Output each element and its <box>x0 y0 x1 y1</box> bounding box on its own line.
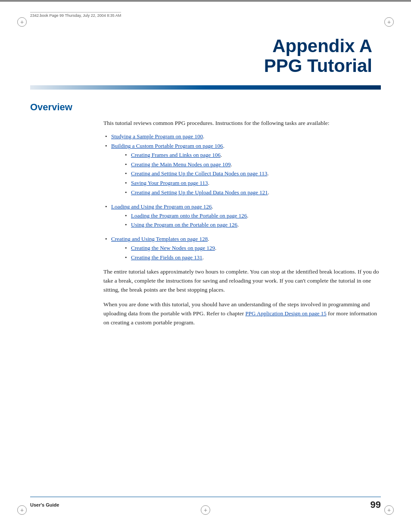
list-item-2: Building a Custom Portable Program on pa… <box>103 142 381 197</box>
crosshair-tl <box>17 17 27 27</box>
two-col-layout: This tutorial reviews common PPG procedu… <box>30 119 381 333</box>
sub-list-item-7: Using the Program on the Portable on pag… <box>123 221 381 230</box>
crosshair-tr <box>384 17 394 27</box>
file-info: 2342.book Page 99 Thursday, July 22, 200… <box>30 12 121 18</box>
paragraph-3: When you are done with this tutorial, yo… <box>103 300 381 327</box>
link-upload-data-nodes[interactable]: Creating and Setting Up the Upload Data … <box>131 189 268 196</box>
link-ppg-application-design[interactable]: PPG Application Design on page 15 <box>246 310 327 317</box>
link-studying-sample[interactable]: Studying a Sample Program on page 100 <box>111 133 203 140</box>
divider-bar <box>30 85 381 90</box>
sub-list-item-1: Creating Frames and Links on page 106. <box>123 151 381 160</box>
sub-list-item-3: Creating and Setting Up the Collect Data… <box>123 169 381 178</box>
link-collect-data-nodes[interactable]: Creating and Setting Up the Collect Data… <box>131 170 268 177</box>
link-loading-using[interactable]: Loading and Using the Program on page 12… <box>111 203 212 210</box>
list-item-1: Studying a Sample Program on page 100. <box>103 132 381 141</box>
link-creating-templates[interactable]: Creating and Using Templates on page 128 <box>111 236 208 242</box>
main-content: Appendix A PPG Tutorial Overview This tu… <box>30 2 381 333</box>
section-heading: Overview <box>30 102 381 113</box>
sub-list-2: Loading the Program onto the Portable on… <box>123 212 381 230</box>
link-loading-portable[interactable]: Loading the Program onto the Portable on… <box>131 212 247 219</box>
crosshair-br <box>384 505 394 515</box>
link-saving-program[interactable]: Saving Your Program on page 113 <box>131 180 208 186</box>
sub-list-item-5: Creating and Setting Up the Upload Data … <box>123 188 381 197</box>
crosshair-bl <box>17 505 27 515</box>
title-section: Appendix A PPG Tutorial <box>30 36 381 80</box>
footer: User's Guide 99 <box>30 497 381 510</box>
list-item-4: Creating and Using Templates on page 128… <box>103 235 381 262</box>
appendix-title: Appendix A PPG Tutorial <box>30 36 372 76</box>
link-creating-fields[interactable]: Creating the Fields on page 131 <box>131 254 202 261</box>
page-number: 99 <box>371 499 381 510</box>
sub-list-item-4: Saving Your Program on page 113. <box>123 179 381 188</box>
sub-list-3: Creating the New Nodes on page 129. Crea… <box>123 244 381 262</box>
para3-link-text: PPG Application Design on page 15 <box>246 310 327 317</box>
link-new-nodes[interactable]: Creating the New Nodes on page 129 <box>131 245 215 251</box>
paragraph-2: The entire tutorial takes approximately … <box>103 268 381 295</box>
left-margin <box>30 119 103 333</box>
sub-list-item-2: Creating the Main Menu Nodes on page 109… <box>123 160 381 169</box>
main-list: Studying a Sample Program on page 100. B… <box>103 132 381 262</box>
intro-paragraph: This tutorial reviews common PPG procedu… <box>103 119 381 128</box>
file-info-text: 2342.book Page 99 Thursday, July 22, 200… <box>30 13 121 18</box>
link-building-custom[interactable]: Building a Custom Portable Program on pa… <box>111 143 223 149</box>
sub-list-item-9: Creating the Fields on page 131. <box>123 253 381 262</box>
sub-list-item-6: Loading the Program onto the Portable on… <box>123 212 381 221</box>
list-item-3: Loading and Using the Program on page 12… <box>103 202 381 230</box>
right-column: This tutorial reviews common PPG procedu… <box>103 119 381 333</box>
footer-label: User's Guide <box>30 502 59 507</box>
page: 2342.book Page 99 Thursday, July 22, 200… <box>0 0 411 532</box>
link-creating-frames[interactable]: Creating Frames and Links on page 106 <box>131 152 221 158</box>
sub-list-1: Creating Frames and Links on page 106. C… <box>123 151 381 197</box>
link-using-portable[interactable]: Using the Program on the Portable on pag… <box>131 221 237 228</box>
sub-list-item-8: Creating the New Nodes on page 129. <box>123 244 381 253</box>
title-line2: PPG Tutorial <box>30 56 372 76</box>
title-line1: Appendix A <box>30 36 372 56</box>
link-main-menu-nodes[interactable]: Creating the Main Menu Nodes on page 109 <box>131 161 230 168</box>
